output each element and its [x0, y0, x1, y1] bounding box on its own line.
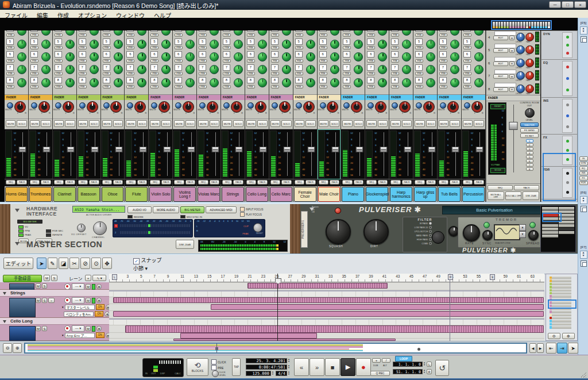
- channel-name-tag[interactable]: Male Choir: [318, 187, 341, 202]
- send-pre-button[interactable]: PRE: [150, 85, 158, 89]
- mute-all-button[interactable]: M: [44, 275, 50, 281]
- send-level-knob[interactable]: [114, 65, 123, 74]
- mute-button[interactable]: MUTE: [102, 120, 112, 127]
- send-pre-button[interactable]: PRE: [463, 72, 471, 75]
- seq-button[interactable]: SEQ: [6, 180, 16, 185]
- send-pre-button[interactable]: PRE: [391, 33, 399, 37]
- send-pre-button[interactable]: PRE: [319, 46, 327, 49]
- filter-option-low-pass-24[interactable]: LOW PASS 24: [403, 225, 447, 229]
- rack-button[interactable]: RACK: [330, 180, 339, 185]
- alt-button[interactable]: /: [382, 358, 390, 363]
- rewind-button[interactable]: «: [294, 358, 309, 376]
- solo-button[interactable]: SOLO: [233, 120, 243, 127]
- mute-button[interactable]: MUTE: [78, 120, 88, 127]
- mute-button[interactable]: MUTE: [54, 120, 64, 127]
- navigator-channel-bar[interactable]: [537, 22, 539, 28]
- cello-solo-button[interactable]: S: [42, 326, 47, 331]
- loop-right-spinner[interactable]: ▲▼: [423, 369, 425, 374]
- overview-zoom-in-button[interactable]: ⊕: [13, 343, 22, 353]
- navigator-channel-bar[interactable]: [548, 22, 550, 28]
- squash-knob[interactable]: [326, 219, 351, 244]
- send-pre-button[interactable]: PRE: [126, 46, 134, 49]
- rack-button[interactable]: RACK: [41, 180, 51, 185]
- rack-button[interactable]: RACK: [474, 180, 483, 185]
- width-knob[interactable]: [416, 102, 422, 109]
- width-knob[interactable]: [464, 102, 470, 109]
- loop-left-display[interactable]: 1. 1. 1. 0: [393, 362, 423, 367]
- return-level-knob[interactable]: [516, 85, 525, 93]
- send-pre-button[interactable]: PRE: [223, 59, 231, 63]
- channel-name-tag[interactable]: Strings: [222, 187, 244, 202]
- send-pre-button[interactable]: PRE: [79, 46, 87, 49]
- mute-button[interactable]: MUTE: [270, 120, 280, 127]
- navigator-channel-bar[interactable]: [523, 22, 525, 28]
- seq-button[interactable]: SEQ: [150, 180, 160, 185]
- fader-cap[interactable]: [163, 147, 171, 152]
- mute-button[interactable]: MUTE: [198, 120, 208, 127]
- cello-thumbnail[interactable]: [9, 326, 36, 341]
- record-arm-button[interactable]: [64, 283, 71, 290]
- seq-button[interactable]: SEQ: [463, 180, 473, 185]
- click-level-knob[interactable]: [212, 370, 219, 377]
- channel-name-tag[interactable]: Piano: [342, 187, 364, 202]
- send-level-knob[interactable]: [185, 78, 195, 87]
- control-room-level-knob[interactable]: [525, 108, 535, 118]
- send-level-knob[interactable]: [210, 30, 219, 36]
- send-level-knob[interactable]: [330, 52, 339, 62]
- channel-fader[interactable]: [138, 130, 148, 178]
- send-level-knob[interactable]: [474, 78, 483, 87]
- solo-button[interactable]: SOLO: [378, 120, 388, 127]
- tool-zoom[interactable]: ⊙: [91, 258, 101, 269]
- time-spinner[interactable]: ▲▼: [288, 364, 290, 369]
- send-level-knob[interactable]: [137, 30, 146, 36]
- send-level-knob[interactable]: [90, 65, 99, 74]
- follow-mode-off-button[interactable]: ⇤: [546, 343, 556, 354]
- send-pre-button[interactable]: PRE: [55, 59, 63, 63]
- send-pre-button[interactable]: PRE: [223, 33, 231, 37]
- fader-cap[interactable]: [211, 147, 219, 152]
- pan-knob[interactable]: [207, 101, 218, 113]
- sequencer-clip[interactable]: [125, 325, 544, 333]
- strings-midi-button[interactable]: ⌁: [48, 298, 55, 303]
- return-mute-button[interactable]: M: [509, 36, 514, 40]
- send-level-knob[interactable]: [234, 30, 243, 36]
- navigator-section-eq[interactable]: EQ: [541, 60, 577, 98]
- send-level-knob[interactable]: [378, 78, 387, 87]
- send-pre-button[interactable]: PRE: [391, 59, 399, 63]
- play-button[interactable]: ▶: [341, 358, 355, 376]
- send-pre-button[interactable]: PRE: [126, 85, 134, 89]
- send-level-knob[interactable]: [258, 30, 267, 36]
- channel-name-tag[interactable]: Harp gliss up: [414, 187, 436, 202]
- return-edit-button[interactable]: EDIT: [493, 74, 508, 79]
- send-level-knob[interactable]: [282, 30, 291, 36]
- playhead-line[interactable]: [277, 274, 278, 341]
- send-pre-button[interactable]: PRE: [247, 72, 255, 75]
- return-pan-knob[interactable]: [525, 33, 534, 41]
- send-pre-button[interactable]: PRE: [367, 59, 375, 63]
- channel-fader[interactable]: [90, 130, 100, 178]
- send-pre-button[interactable]: PRE: [319, 59, 327, 63]
- send-level-knob[interactable]: [306, 30, 315, 36]
- pan-knob[interactable]: [110, 101, 122, 113]
- track-row-partial[interactable]: M S — ▾ M ⊗: [0, 282, 109, 290]
- rack-button[interactable]: RACK: [185, 180, 195, 185]
- send-pre-button[interactable]: PRE: [319, 85, 327, 89]
- return-level-knob[interactable]: [516, 45, 525, 54]
- filter-select-knob[interactable]: [432, 231, 444, 244]
- signature-display[interactable]: 4/4: [276, 371, 287, 376]
- seq-button[interactable]: SEQ: [366, 180, 376, 185]
- navigator-channel-bar[interactable]: [517, 22, 520, 28]
- send-level-knob[interactable]: [234, 52, 243, 62]
- pan-knob[interactable]: [158, 101, 170, 113]
- send-level-knob[interactable]: [306, 52, 315, 62]
- width-knob[interactable]: [296, 102, 302, 109]
- send-level-knob[interactable]: [17, 40, 26, 49]
- bus-button-5[interactable]: 5: [526, 155, 533, 159]
- return-mute-button[interactable]: M: [509, 48, 514, 53]
- channel-fader[interactable]: [258, 130, 268, 178]
- send-level-knob[interactable]: [402, 65, 411, 74]
- master-rack-button[interactable]: RACK: [514, 185, 539, 190]
- fader-cap[interactable]: [476, 147, 483, 152]
- tool-select[interactable]: ➤: [37, 258, 47, 269]
- navigator-channel-bar[interactable]: [534, 22, 536, 28]
